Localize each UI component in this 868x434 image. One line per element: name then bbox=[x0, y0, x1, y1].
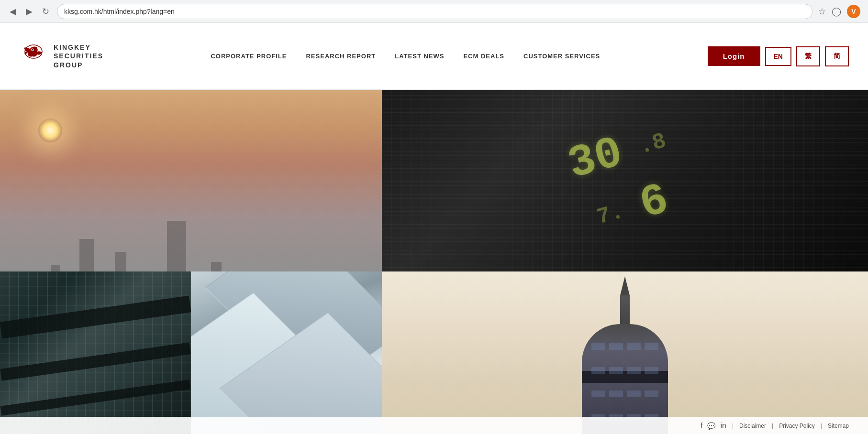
glass-overlay bbox=[382, 90, 868, 271]
tower-building bbox=[572, 276, 678, 434]
wechat-icon[interactable]: 💬 bbox=[707, 422, 715, 430]
forward-button[interactable]: ▶ bbox=[24, 4, 34, 19]
header-actions: Login EN 繁 简 bbox=[708, 46, 849, 66]
disclaimer-link[interactable]: Disclaimer bbox=[739, 423, 766, 429]
sun-element bbox=[38, 119, 62, 142]
nav-research-report[interactable]: RESEARCH REPORT bbox=[306, 53, 376, 60]
tower-window bbox=[609, 343, 623, 350]
facebook-icon[interactable]: f bbox=[701, 422, 702, 430]
hero-section: 30 .8 7. 6 bbox=[0, 90, 868, 434]
tower-window bbox=[627, 343, 641, 350]
logo[interactable]: KINGKEY SECURITIES GROUP bbox=[19, 42, 103, 71]
tower-window bbox=[591, 391, 605, 397]
lang-trad-button[interactable]: 繁 bbox=[796, 46, 820, 66]
sitemap-link[interactable]: Sitemap bbox=[828, 423, 849, 429]
back-button[interactable]: ◀ bbox=[8, 4, 18, 19]
tower-window bbox=[627, 391, 641, 397]
site-header: KINGKEY SECURITIES GROUP CORPORATE PROFI… bbox=[0, 23, 868, 90]
login-button[interactable]: Login bbox=[708, 46, 760, 66]
tower-window bbox=[591, 343, 605, 350]
nav-customer-services[interactable]: CUSTOMER SERVICES bbox=[523, 53, 600, 60]
refresh-button[interactable]: ↻ bbox=[40, 4, 51, 19]
tower-window bbox=[609, 391, 623, 397]
social-icons: f 💬 in bbox=[701, 422, 726, 430]
nav-latest-news[interactable]: LATEST NEWS bbox=[395, 53, 444, 60]
tower-window bbox=[609, 367, 623, 374]
hero-tower bbox=[382, 271, 868, 434]
logo-icon bbox=[19, 42, 48, 71]
svg-point-2 bbox=[32, 49, 33, 50]
logo-text: KINGKEY SECURITIES GROUP bbox=[54, 43, 103, 69]
footer-separator-2: | bbox=[772, 423, 773, 429]
extensions-icon[interactable]: ◯ bbox=[832, 6, 841, 17]
lang-simp-button[interactable]: 简 bbox=[825, 46, 849, 66]
address-bar[interactable]: kksg.com.hk/html/index.php?lang=en bbox=[57, 4, 812, 19]
tower-window bbox=[645, 367, 658, 374]
user-avatar[interactable]: V bbox=[847, 5, 860, 18]
linkedin-icon[interactable]: in bbox=[720, 422, 726, 430]
diamond-shapes bbox=[191, 271, 382, 434]
hero-bottom-left bbox=[0, 271, 382, 434]
tower-window bbox=[645, 391, 658, 397]
tower-window bbox=[591, 367, 605, 374]
nav-corporate-profile[interactable]: CORPORATE PROFILE bbox=[211, 53, 287, 60]
lang-en-button[interactable]: EN bbox=[765, 47, 791, 66]
hero-glass-facade-light bbox=[191, 271, 382, 434]
url-text: kksg.com.hk/html/index.php?lang=en bbox=[64, 8, 175, 15]
site-footer: f 💬 in | Disclaimer | Privacy Policy | S… bbox=[0, 417, 868, 434]
tower-top bbox=[620, 295, 630, 324]
footer-separator-1: | bbox=[732, 423, 734, 429]
bookmark-icon[interactable]: ☆ bbox=[818, 6, 826, 17]
browser-chrome: ◀ ▶ ↻ kksg.com.hk/html/index.php?lang=en… bbox=[0, 0, 868, 23]
nav-ecm-deals[interactable]: ECM DEALS bbox=[463, 53, 504, 60]
main-navigation: CORPORATE PROFILE RESEARCH REPORT LATEST… bbox=[211, 53, 600, 60]
tower-spire bbox=[620, 276, 630, 295]
tower-window bbox=[645, 343, 658, 350]
footer-separator-3: | bbox=[821, 423, 822, 429]
privacy-policy-link[interactable]: Privacy Policy bbox=[779, 423, 815, 429]
tower-window bbox=[627, 367, 641, 374]
hero-glass-facade-dark bbox=[0, 271, 191, 434]
hero-stock-display: 30 .8 7. 6 bbox=[382, 90, 868, 271]
